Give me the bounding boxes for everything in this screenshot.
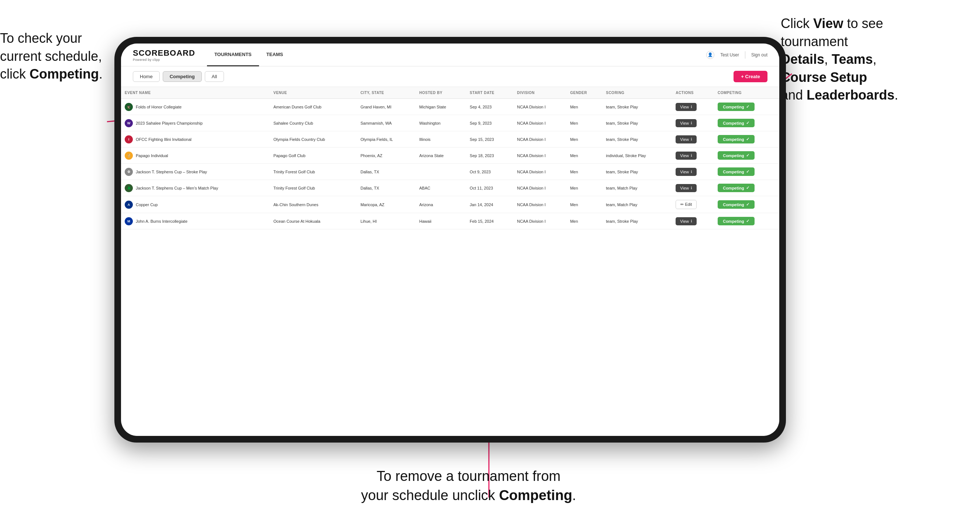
cell-start-date: Sep 15, 2023 bbox=[466, 131, 513, 148]
cell-event-name: 🌲 Jackson T. Stephens Cup – Men's Match … bbox=[121, 180, 270, 196]
event-name-cell: 🍴 Papago Individual bbox=[125, 152, 266, 160]
cell-gender: Men bbox=[566, 148, 602, 164]
competing-badge[interactable]: Competing ✓ bbox=[718, 217, 754, 225]
view-button[interactable]: View ℹ bbox=[676, 184, 697, 192]
cell-gender: Men bbox=[566, 213, 602, 229]
cell-venue: Trinity Forest Golf Club bbox=[270, 164, 357, 180]
cell-actions[interactable]: View ℹ bbox=[672, 115, 714, 131]
view-button[interactable]: View ℹ bbox=[676, 135, 697, 143]
table-area: EVENT NAME VENUE CITY, STATE HOSTED BY S… bbox=[121, 87, 779, 436]
cell-actions[interactable]: View ℹ bbox=[672, 131, 714, 148]
cell-venue: Ak-Chin Southern Dunes bbox=[270, 196, 357, 213]
app-header: SCOREBOARD Powered by clipp TOURNAMENTS … bbox=[121, 43, 779, 67]
cell-start-date: Sep 18, 2023 bbox=[466, 148, 513, 164]
cell-division: NCAA Division I bbox=[513, 99, 566, 115]
event-name-text: Papago Individual bbox=[136, 153, 168, 158]
event-name-cell: 🦅 Folds of Honor Collegiate bbox=[125, 103, 266, 111]
cell-event-name: ⚙ Jackson T. Stephens Cup – Stroke Play bbox=[121, 164, 270, 180]
view-button[interactable]: View ℹ bbox=[676, 152, 697, 160]
cell-competing[interactable]: Competing ✓ bbox=[714, 131, 779, 148]
cell-competing[interactable]: Competing ✓ bbox=[714, 99, 779, 115]
cell-venue: Trinity Forest Golf Club bbox=[270, 180, 357, 196]
tab-competing[interactable]: Competing bbox=[163, 71, 202, 82]
cell-competing[interactable]: Competing ✓ bbox=[714, 115, 779, 131]
competing-badge[interactable]: Competing ✓ bbox=[718, 184, 754, 192]
cell-actions[interactable]: View ℹ bbox=[672, 148, 714, 164]
competing-badge[interactable]: Competing ✓ bbox=[718, 200, 754, 209]
info-icon: ℹ bbox=[691, 170, 692, 174]
toolbar: Home Competing All + Create bbox=[121, 67, 779, 87]
cell-venue: Papago Golf Club bbox=[270, 148, 357, 164]
header-divider bbox=[745, 51, 745, 59]
nav-tournaments[interactable]: TOURNAMENTS bbox=[207, 43, 259, 67]
cell-city-state: Dallas, TX bbox=[357, 180, 415, 196]
cell-competing[interactable]: Competing ✓ bbox=[714, 213, 779, 229]
competing-badge[interactable]: Competing ✓ bbox=[718, 151, 754, 160]
cell-actions[interactable]: View ℹ bbox=[672, 99, 714, 115]
tab-all[interactable]: All bbox=[205, 71, 224, 82]
event-name-cell: 🌲 Jackson T. Stephens Cup – Men's Match … bbox=[125, 184, 266, 192]
competing-badge[interactable]: Competing ✓ bbox=[718, 135, 754, 143]
cell-scoring: team, Match Play bbox=[602, 196, 672, 213]
table-row: A Copper Cup Ak-Chin Southern DunesMaric… bbox=[121, 196, 779, 213]
col-city-state: CITY, STATE bbox=[357, 87, 415, 99]
sign-out-link[interactable]: Sign out bbox=[751, 52, 767, 57]
cell-competing[interactable]: Competing ✓ bbox=[714, 164, 779, 180]
event-name-cell: I OFCC Fighting Illini Invitational bbox=[125, 135, 266, 143]
competing-badge[interactable]: Competing ✓ bbox=[718, 103, 754, 111]
tablet: SCOREBOARD Powered by clipp TOURNAMENTS … bbox=[115, 37, 786, 443]
edit-button[interactable]: ✏ Edit bbox=[676, 200, 697, 209]
table-row: W 2023 Sahalee Players Championship Saha… bbox=[121, 115, 779, 131]
checkmark-icon: ✓ bbox=[746, 202, 749, 207]
checkmark-icon: ✓ bbox=[746, 137, 749, 141]
cell-division: NCAA Division I bbox=[513, 213, 566, 229]
cell-gender: Men bbox=[566, 115, 602, 131]
cell-hosted-by: Hawaii bbox=[415, 213, 466, 229]
view-button[interactable]: View ℹ bbox=[676, 168, 697, 176]
cell-city-state: Phoenix, AZ bbox=[357, 148, 415, 164]
cell-scoring: team, Stroke Play bbox=[602, 115, 672, 131]
info-icon: ℹ bbox=[691, 186, 692, 190]
team-logo: ⚙ bbox=[125, 168, 133, 176]
competing-badge[interactable]: Competing ✓ bbox=[718, 167, 754, 176]
checkmark-icon: ✓ bbox=[746, 121, 749, 125]
cell-competing[interactable]: Competing ✓ bbox=[714, 180, 779, 196]
col-event-name: EVENT NAME bbox=[121, 87, 270, 99]
cell-scoring: team, Match Play bbox=[602, 180, 672, 196]
tab-home[interactable]: Home bbox=[133, 71, 160, 82]
cell-hosted-by bbox=[415, 164, 466, 180]
cell-actions[interactable]: View ℹ bbox=[672, 164, 714, 180]
cell-start-date: Feb 15, 2024 bbox=[466, 213, 513, 229]
cell-competing[interactable]: Competing ✓ bbox=[714, 148, 779, 164]
cell-gender: Men bbox=[566, 180, 602, 196]
checkmark-icon: ✓ bbox=[746, 186, 749, 190]
view-button[interactable]: View ℹ bbox=[676, 103, 697, 111]
competing-label-left: Competing bbox=[30, 67, 99, 81]
header-right: 👤 Test User Sign out bbox=[706, 51, 767, 59]
view-button[interactable]: View ℹ bbox=[676, 217, 697, 225]
cell-actions[interactable]: ✏ Edit bbox=[672, 196, 714, 213]
cell-city-state: Olympia Fields, IL bbox=[357, 131, 415, 148]
cell-division: NCAA Division I bbox=[513, 148, 566, 164]
create-button[interactable]: + Create bbox=[733, 71, 767, 82]
view-button[interactable]: View ℹ bbox=[676, 119, 697, 127]
cell-city-state: Maricopa, AZ bbox=[357, 196, 415, 213]
scoreboard-logo: SCOREBOARD Powered by clipp bbox=[133, 48, 195, 62]
cell-competing[interactable]: Competing ✓ bbox=[714, 196, 779, 213]
competing-badge[interactable]: Competing ✓ bbox=[718, 119, 754, 127]
cell-start-date: Oct 11, 2023 bbox=[466, 180, 513, 196]
tournaments-table: EVENT NAME VENUE CITY, STATE HOSTED BY S… bbox=[121, 87, 779, 229]
event-name-cell: ⚙ Jackson T. Stephens Cup – Stroke Play bbox=[125, 168, 266, 176]
cell-event-name: W 2023 Sahalee Players Championship bbox=[121, 115, 270, 131]
cell-event-name: M John A. Burns Intercollegiate bbox=[121, 213, 270, 229]
nav-teams[interactable]: TEAMS bbox=[259, 43, 291, 67]
cell-hosted-by: Arizona bbox=[415, 196, 466, 213]
cell-actions[interactable]: View ℹ bbox=[672, 180, 714, 196]
event-name-text: John A. Burns Intercollegiate bbox=[136, 219, 188, 224]
table-row: 🦅 Folds of Honor Collegiate American Dun… bbox=[121, 99, 779, 115]
cell-scoring: team, Stroke Play bbox=[602, 99, 672, 115]
cell-actions[interactable]: View ℹ bbox=[672, 213, 714, 229]
user-name: Test User bbox=[720, 52, 739, 57]
cell-division: NCAA Division I bbox=[513, 164, 566, 180]
event-name-text: 2023 Sahalee Players Championship bbox=[136, 121, 202, 125]
